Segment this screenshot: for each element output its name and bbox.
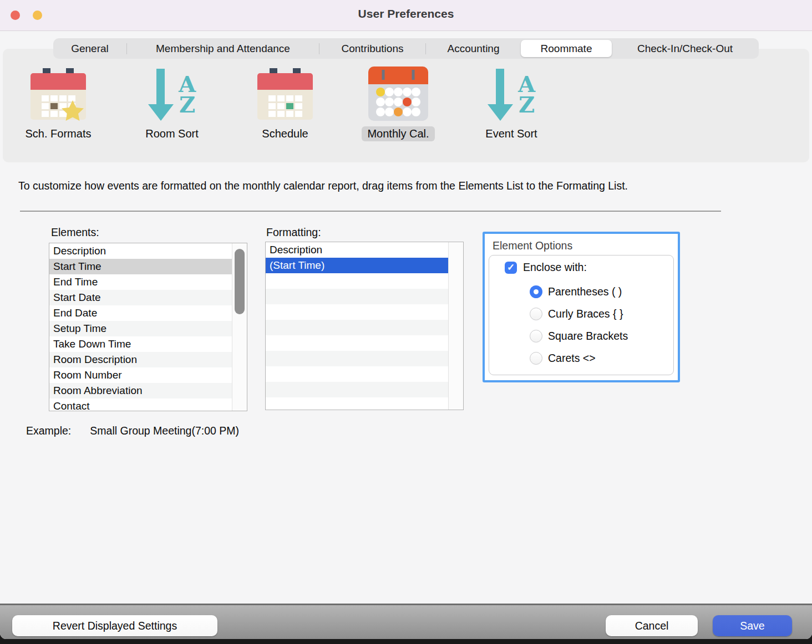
square-brackets-radio[interactable]	[530, 330, 542, 343]
toolbar-item-event-sort[interactable]: AZ Event Sort	[456, 64, 567, 141]
list-item[interactable]: Contact	[49, 398, 232, 411]
elements-listbox: DescriptionStart TimeEnd TimeStart DateE…	[49, 243, 247, 411]
tab-roommate[interactable]: Roommate	[521, 40, 612, 57]
monthly-calendar-icon	[343, 64, 454, 121]
calendar-star-icon	[3, 64, 114, 121]
list-item[interactable]: Description	[266, 242, 449, 258]
list-item[interactable]: Description	[49, 243, 232, 259]
toolbar-label-schedule: Schedule	[256, 126, 313, 141]
list-item[interactable]	[266, 351, 449, 366]
footer-bar: Revert Displayed Settings Cancel Save	[0, 604, 812, 639]
formatting-scrollbar-track[interactable]	[448, 242, 463, 410]
revert-displayed-settings-button[interactable]: Revert Displayed Settings	[12, 615, 217, 636]
elements-rows: DescriptionStart TimeEnd TimeStart DateE…	[49, 243, 232, 411]
tab-contributions[interactable]: Contributions	[319, 38, 425, 59]
toolbar-item-sch-formats[interactable]: Sch. Formats	[3, 64, 114, 141]
toolbar-item-room-sort[interactable]: AZ Room Sort	[116, 64, 227, 141]
elements-scrollbar-thumb[interactable]	[235, 249, 245, 314]
sort-az-icon: AZ	[456, 64, 567, 121]
save-button[interactable]: Save	[713, 615, 792, 636]
user-preferences-window: User Preferences Sc	[0, 0, 812, 639]
parentheses-label: Parentheses ( )	[548, 285, 622, 298]
calendar-icon	[230, 64, 341, 121]
enclose-with-checkbox[interactable]: ✓	[505, 262, 517, 274]
list-item[interactable]: (Start Time)	[266, 258, 449, 273]
elements-list-label: Elements:	[51, 226, 99, 239]
example-value: Small Group Meeting(7:00 PM)	[90, 425, 239, 437]
example-label: Example:	[26, 425, 71, 437]
tab-general[interactable]: General	[53, 38, 126, 59]
cancel-button[interactable]: Cancel	[606, 615, 698, 636]
list-item[interactable]	[266, 335, 449, 351]
list-item[interactable]	[266, 397, 449, 410]
section-divider	[20, 211, 721, 212]
carets-label: Carets <>	[548, 352, 596, 365]
list-item[interactable]	[266, 382, 449, 397]
window-title: User Preferences	[0, 7, 812, 21]
curly-braces-label: Curly Braces { }	[548, 308, 623, 320]
list-item[interactable]: Start Time	[49, 259, 232, 274]
elements-scrollbar-track[interactable]	[232, 243, 247, 411]
curly-braces-radio[interactable]	[530, 308, 542, 320]
list-item[interactable]	[266, 366, 449, 382]
roommate-toolbar-panel: Sch. Formats AZ Room Sort	[3, 49, 809, 162]
square-brackets-label: Square Brackets	[548, 330, 628, 343]
list-item[interactable]: Setup Time	[49, 321, 232, 336]
formatting-list-label: Formatting:	[266, 226, 321, 239]
toolbar-label-sch-formats: Sch. Formats	[20, 126, 97, 141]
example-line: Example:Small Group Meeting(7:00 PM)	[26, 425, 239, 437]
toolbar-label-event-sort: Event Sort	[480, 126, 542, 141]
list-item[interactable]	[266, 273, 449, 289]
list-item[interactable]: Take Down Time	[49, 336, 232, 352]
tab-check-in-check-out[interactable]: Check-In/Check-Out	[612, 38, 758, 59]
list-item[interactable]	[266, 289, 449, 304]
toolbar-item-schedule[interactable]: Schedule	[230, 64, 341, 141]
list-item[interactable]: Room Abbreviation	[49, 383, 232, 398]
formatting-rows: Description(Start Time)	[266, 242, 449, 410]
instructions-text: To customize how events are formatted on…	[18, 178, 678, 193]
list-item[interactable]: Room Number	[49, 367, 232, 383]
toolbar-item-monthly-cal[interactable]: Monthly Cal.	[343, 64, 454, 141]
sort-az-icon: AZ	[116, 64, 227, 121]
parentheses-radio[interactable]	[530, 285, 542, 298]
title-bar: User Preferences	[0, 0, 812, 31]
toolbar-label-monthly-cal: Monthly Cal.	[362, 126, 434, 141]
list-item[interactable]: Start Date	[49, 290, 232, 305]
element-options-panel: Element Options ✓ Enclose with: Parenthe…	[483, 232, 680, 382]
carets-radio[interactable]	[530, 352, 542, 365]
list-item[interactable]: End Time	[49, 274, 232, 290]
list-item[interactable]: Room Description	[49, 352, 232, 367]
toolbar-label-room-sort: Room Sort	[140, 126, 204, 141]
preferences-tab-bar: General Membership and Attendance Contri…	[53, 38, 759, 59]
list-item[interactable]	[266, 320, 449, 335]
enclose-with-label: Enclose with:	[523, 261, 587, 274]
formatting-listbox: Description(Start Time)	[265, 242, 464, 410]
element-options-title: Element Options	[493, 239, 572, 252]
tab-membership-and-attendance[interactable]: Membership and Attendance	[127, 38, 319, 59]
list-item[interactable]	[266, 304, 449, 320]
list-item[interactable]: End Date	[49, 305, 232, 321]
tab-accounting[interactable]: Accounting	[426, 38, 521, 59]
